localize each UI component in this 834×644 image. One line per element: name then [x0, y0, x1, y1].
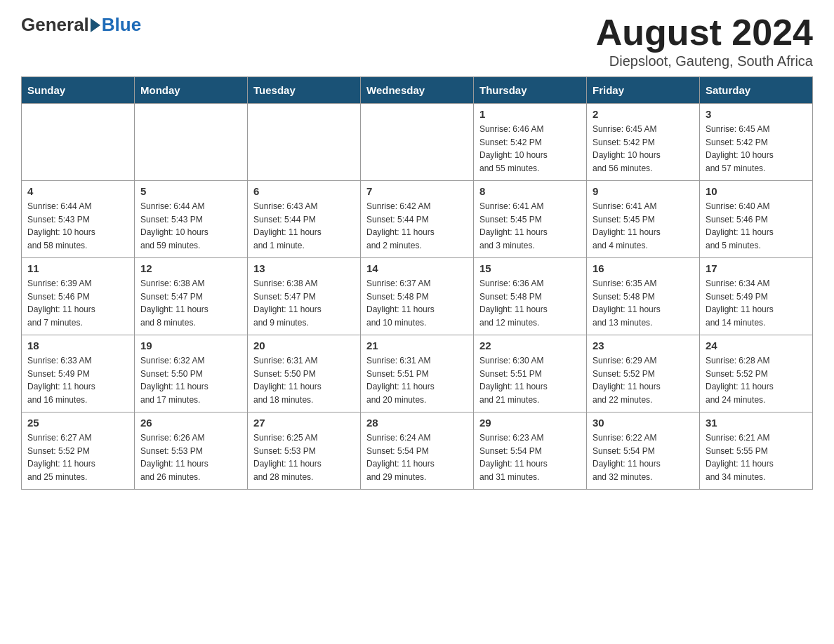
table-row: 30Sunrise: 6:22 AM Sunset: 5:54 PM Dayli… — [587, 412, 700, 490]
day-number: 7 — [366, 185, 468, 197]
col-sunday: Sunday — [22, 77, 135, 104]
table-row: 25Sunrise: 6:27 AM Sunset: 5:52 PM Dayli… — [22, 412, 135, 490]
table-row: 4Sunrise: 6:44 AM Sunset: 5:43 PM Daylig… — [22, 181, 135, 258]
day-info: Sunrise: 6:23 AM Sunset: 5:54 PM Dayligh… — [479, 431, 581, 483]
table-row: 28Sunrise: 6:24 AM Sunset: 5:54 PM Dayli… — [361, 412, 474, 490]
table-row: 12Sunrise: 6:38 AM Sunset: 5:47 PM Dayli… — [135, 258, 248, 335]
table-row — [22, 104, 135, 181]
table-row: 9Sunrise: 6:41 AM Sunset: 5:45 PM Daylig… — [587, 181, 700, 258]
day-info: Sunrise: 6:44 AM Sunset: 5:43 PM Dayligh… — [27, 200, 128, 252]
day-info: Sunrise: 6:40 AM Sunset: 5:46 PM Dayligh… — [706, 200, 807, 252]
col-tuesday: Tuesday — [248, 77, 361, 104]
table-row: 13Sunrise: 6:38 AM Sunset: 5:47 PM Dayli… — [248, 258, 361, 335]
table-row: 5Sunrise: 6:44 AM Sunset: 5:43 PM Daylig… — [135, 181, 248, 258]
month-title: August 2024 — [596, 14, 813, 51]
table-row: 2Sunrise: 6:45 AM Sunset: 5:42 PM Daylig… — [587, 104, 700, 181]
day-info: Sunrise: 6:39 AM Sunset: 5:46 PM Dayligh… — [27, 277, 128, 329]
day-info: Sunrise: 6:35 AM Sunset: 5:48 PM Dayligh… — [593, 277, 694, 329]
location-text: Diepsloot, Gauteng, South Africa — [596, 53, 813, 69]
table-row: 8Sunrise: 6:41 AM Sunset: 5:45 PM Daylig… — [474, 181, 587, 258]
calendar-header-row: Sunday Monday Tuesday Wednesday Thursday… — [22, 77, 813, 104]
table-row: 27Sunrise: 6:25 AM Sunset: 5:53 PM Dayli… — [248, 412, 361, 490]
day-number: 27 — [253, 417, 355, 429]
day-number: 14 — [366, 262, 468, 274]
title-section: August 2024 Diepsloot, Gauteng, South Af… — [596, 14, 813, 69]
table-row: 17Sunrise: 6:34 AM Sunset: 5:49 PM Dayli… — [700, 258, 813, 335]
day-number: 28 — [366, 417, 468, 429]
day-number: 26 — [140, 417, 241, 429]
day-info: Sunrise: 6:37 AM Sunset: 5:48 PM Dayligh… — [366, 277, 468, 329]
col-monday: Monday — [135, 77, 248, 104]
day-number: 23 — [593, 340, 694, 351]
day-info: Sunrise: 6:43 AM Sunset: 5:44 PM Dayligh… — [253, 200, 355, 252]
day-number: 24 — [706, 340, 807, 351]
calendar-week-row: 1Sunrise: 6:46 AM Sunset: 5:42 PM Daylig… — [22, 104, 813, 181]
day-info: Sunrise: 6:30 AM Sunset: 5:51 PM Dayligh… — [479, 354, 581, 406]
day-number: 1 — [479, 108, 581, 120]
day-number: 16 — [593, 262, 694, 274]
day-info: Sunrise: 6:36 AM Sunset: 5:48 PM Dayligh… — [479, 277, 581, 329]
day-number: 25 — [27, 417, 128, 429]
day-number: 30 — [593, 417, 694, 429]
day-number: 31 — [706, 417, 807, 429]
table-row: 10Sunrise: 6:40 AM Sunset: 5:46 PM Dayli… — [700, 181, 813, 258]
day-info: Sunrise: 6:46 AM Sunset: 5:42 PM Dayligh… — [479, 123, 581, 175]
table-row: 19Sunrise: 6:32 AM Sunset: 5:50 PM Dayli… — [135, 335, 248, 412]
logo: General Blue — [21, 14, 141, 36]
table-row — [361, 104, 474, 181]
day-number: 13 — [253, 262, 355, 274]
day-info: Sunrise: 6:31 AM Sunset: 5:51 PM Dayligh… — [366, 354, 468, 406]
table-row: 18Sunrise: 6:33 AM Sunset: 5:49 PM Dayli… — [22, 335, 135, 412]
calendar-week-row: 4Sunrise: 6:44 AM Sunset: 5:43 PM Daylig… — [22, 181, 813, 258]
day-number: 12 — [140, 262, 241, 274]
day-number: 17 — [706, 262, 807, 274]
table-row: 21Sunrise: 6:31 AM Sunset: 5:51 PM Dayli… — [361, 335, 474, 412]
day-number: 15 — [479, 262, 581, 274]
day-info: Sunrise: 6:24 AM Sunset: 5:54 PM Dayligh… — [366, 431, 468, 483]
day-number: 3 — [706, 108, 807, 120]
calendar-table: Sunday Monday Tuesday Wednesday Thursday… — [21, 76, 813, 490]
table-row: 20Sunrise: 6:31 AM Sunset: 5:50 PM Dayli… — [248, 335, 361, 412]
day-number: 19 — [140, 340, 241, 351]
logo-arrow-icon — [91, 18, 100, 32]
day-number: 9 — [593, 185, 694, 197]
day-number: 18 — [27, 340, 128, 351]
col-saturday: Saturday — [700, 77, 813, 104]
day-number: 5 — [140, 185, 241, 197]
table-row: 22Sunrise: 6:30 AM Sunset: 5:51 PM Dayli… — [474, 335, 587, 412]
day-info: Sunrise: 6:38 AM Sunset: 5:47 PM Dayligh… — [253, 277, 355, 329]
day-number: 4 — [27, 185, 128, 197]
day-info: Sunrise: 6:29 AM Sunset: 5:52 PM Dayligh… — [593, 354, 694, 406]
table-row: 16Sunrise: 6:35 AM Sunset: 5:48 PM Dayli… — [587, 258, 700, 335]
day-info: Sunrise: 6:42 AM Sunset: 5:44 PM Dayligh… — [366, 200, 468, 252]
table-row — [248, 104, 361, 181]
calendar-week-row: 25Sunrise: 6:27 AM Sunset: 5:52 PM Dayli… — [22, 412, 813, 490]
col-friday: Friday — [587, 77, 700, 104]
day-info: Sunrise: 6:28 AM Sunset: 5:52 PM Dayligh… — [706, 354, 807, 406]
day-info: Sunrise: 6:41 AM Sunset: 5:45 PM Dayligh… — [593, 200, 694, 252]
day-info: Sunrise: 6:33 AM Sunset: 5:49 PM Dayligh… — [27, 354, 128, 406]
table-row: 26Sunrise: 6:26 AM Sunset: 5:53 PM Dayli… — [135, 412, 248, 490]
table-row: 6Sunrise: 6:43 AM Sunset: 5:44 PM Daylig… — [248, 181, 361, 258]
day-info: Sunrise: 6:34 AM Sunset: 5:49 PM Dayligh… — [706, 277, 807, 329]
table-row: 15Sunrise: 6:36 AM Sunset: 5:48 PM Dayli… — [474, 258, 587, 335]
day-number: 29 — [479, 417, 581, 429]
day-info: Sunrise: 6:21 AM Sunset: 5:55 PM Dayligh… — [706, 431, 807, 483]
day-number: 2 — [593, 108, 694, 120]
day-number: 11 — [27, 262, 128, 274]
col-wednesday: Wednesday — [361, 77, 474, 104]
day-info: Sunrise: 6:44 AM Sunset: 5:43 PM Dayligh… — [140, 200, 241, 252]
day-number: 21 — [366, 340, 468, 351]
table-row: 31Sunrise: 6:21 AM Sunset: 5:55 PM Dayli… — [700, 412, 813, 490]
col-thursday: Thursday — [474, 77, 587, 104]
day-info: Sunrise: 6:38 AM Sunset: 5:47 PM Dayligh… — [140, 277, 241, 329]
day-number: 10 — [706, 185, 807, 197]
day-info: Sunrise: 6:31 AM Sunset: 5:50 PM Dayligh… — [253, 354, 355, 406]
day-number: 8 — [479, 185, 581, 197]
table-row: 29Sunrise: 6:23 AM Sunset: 5:54 PM Dayli… — [474, 412, 587, 490]
day-info: Sunrise: 6:45 AM Sunset: 5:42 PM Dayligh… — [593, 123, 694, 175]
table-row: 14Sunrise: 6:37 AM Sunset: 5:48 PM Dayli… — [361, 258, 474, 335]
table-row: 11Sunrise: 6:39 AM Sunset: 5:46 PM Dayli… — [22, 258, 135, 335]
day-number: 20 — [253, 340, 355, 351]
day-info: Sunrise: 6:25 AM Sunset: 5:53 PM Dayligh… — [253, 431, 355, 483]
